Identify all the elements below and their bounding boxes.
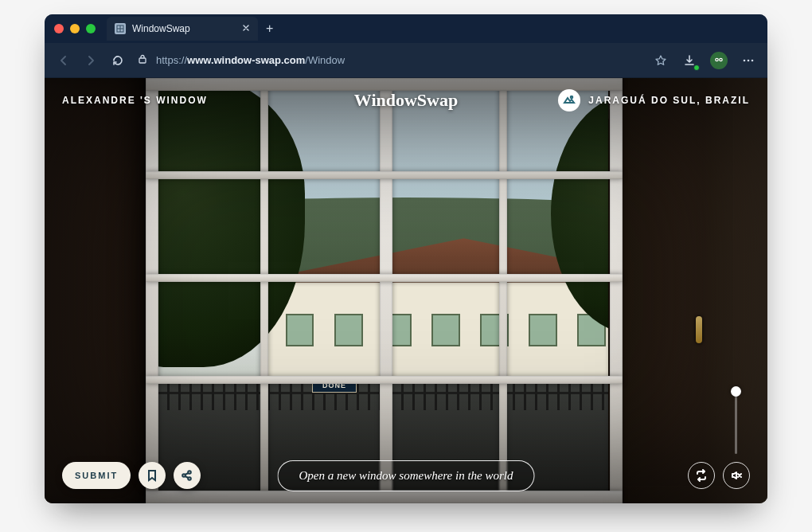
svg-point-12 [182, 474, 185, 477]
location[interactable]: JARAGUÁ DO SUL, BRAZIL [558, 89, 750, 111]
speaker-muted-icon [730, 469, 743, 482]
open-new-window-button[interactable]: Open a new window somewhere in the world [277, 460, 534, 491]
url-text: https://www.window-swap.com/Window [156, 54, 345, 66]
browser-toolbar: https://www.window-swap.com/Window [45, 43, 767, 78]
new-tab-button[interactable]: + [266, 22, 273, 36]
svg-rect-3 [139, 58, 146, 63]
tab-title: WindowSwap [132, 23, 190, 34]
svg-point-11 [571, 96, 573, 99]
forward-button[interactable] [83, 53, 99, 68]
zoom-window-button[interactable] [86, 24, 96, 33]
share-button[interactable] [174, 462, 201, 489]
door-handle [696, 316, 702, 343]
svg-point-7 [720, 59, 722, 61]
location-text: JARAGUÁ DO SUL, BRAZIL [588, 95, 750, 106]
svg-point-10 [751, 59, 754, 61]
overlay-footer: SUBMIT Open a new window somewhere in th… [45, 462, 767, 489]
minimize-window-button[interactable] [70, 24, 80, 33]
reload-button[interactable] [110, 53, 126, 68]
volume-slider-track[interactable] [735, 390, 737, 454]
downloads-button[interactable] [681, 53, 697, 68]
bookmark-icon [146, 469, 158, 482]
close-tab-button[interactable] [242, 23, 250, 34]
browser-window: WindowSwap + https://www.window-swap.com… [45, 14, 767, 503]
submit-button[interactable]: SUBMIT [62, 462, 131, 489]
back-button[interactable] [56, 53, 72, 68]
close-window-button[interactable] [54, 24, 64, 33]
loop-icon [695, 469, 708, 482]
mute-button[interactable] [723, 462, 750, 489]
app-logo[interactable]: WindowSwap [354, 90, 458, 111]
window-frame [146, 78, 623, 503]
browser-tab[interactable]: WindowSwap [107, 17, 258, 41]
url-path: /Window [305, 54, 345, 66]
overlay-header: ALEXANDRE 'S WINDOW WindowSwap JARAGUÁ D… [45, 89, 767, 111]
favorite-button[interactable] [653, 53, 669, 68]
svg-point-13 [188, 471, 191, 474]
lock-icon [137, 53, 148, 67]
url-host: www.window-swap.com [187, 54, 305, 66]
svg-point-8 [744, 59, 746, 61]
bookmark-button[interactable] [139, 462, 166, 489]
svg-point-14 [188, 477, 191, 480]
download-complete-badge-icon [693, 65, 700, 71]
window-owner-label: ALEXANDRE 'S WINDOW [62, 95, 208, 106]
tab-favicon-icon [115, 23, 126, 34]
titlebar: WindowSwap + [45, 14, 767, 43]
svg-point-6 [716, 59, 718, 61]
url-scheme: https:// [156, 54, 187, 66]
page-viewport: DONE ALEXANDRE 'S WINDOW Window [45, 78, 767, 503]
share-icon [181, 469, 193, 482]
address-bar[interactable]: https://www.window-swap.com/Window [137, 53, 642, 67]
window-video: DONE [45, 78, 767, 503]
svg-point-9 [748, 59, 750, 61]
more-menu-button[interactable] [740, 53, 756, 68]
loop-button[interactable] [688, 462, 715, 489]
map-pin-icon [558, 89, 580, 111]
window-controls [54, 24, 96, 33]
profile-avatar[interactable] [710, 52, 728, 69]
volume-slider-thumb[interactable] [731, 386, 741, 397]
